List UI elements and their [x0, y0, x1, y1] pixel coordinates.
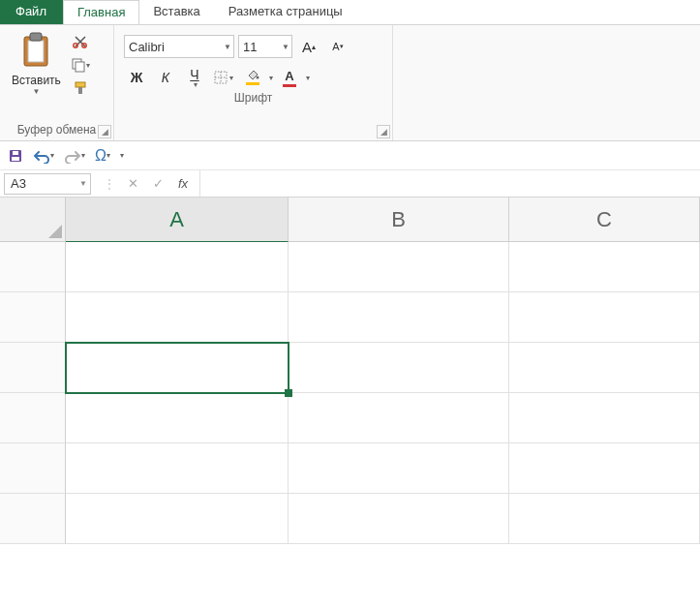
font-size-value: 11 — [243, 40, 257, 54]
font-launcher[interactable]: ◢ — [377, 125, 390, 138]
caret-icon[interactable]: ▾ — [306, 74, 310, 82]
cell-B1[interactable] — [289, 242, 509, 292]
dots-icon: ⋮ — [103, 176, 116, 192]
svg-rect-14 — [13, 151, 18, 155]
font-color-button[interactable]: А — [277, 66, 302, 89]
spreadsheet-grid: ABC ＋ — [0, 198, 700, 544]
font-size-combo[interactable]: 11 ▼ — [238, 35, 292, 58]
tab-insert[interactable]: Вставка — [139, 0, 214, 24]
name-box-value: A3 — [11, 176, 26, 191]
undo-button[interactable]: ▾ — [33, 148, 54, 164]
row-header-3[interactable] — [0, 343, 66, 393]
svg-rect-1 — [28, 41, 44, 62]
fx-label: fx — [178, 176, 188, 191]
insert-function-button[interactable]: fx — [174, 176, 192, 192]
save-icon — [8, 148, 23, 164]
decrease-font-button[interactable]: A▾ — [325, 35, 350, 58]
bold-button[interactable]: Ж — [124, 66, 149, 89]
clipboard-launcher[interactable]: ◢ — [98, 125, 111, 138]
ribbon-tabs: Файл Главная Вставка Разметка страницы — [0, 0, 700, 25]
copy-button[interactable]: ▾ — [71, 56, 90, 74]
decrease-font-icon: A — [332, 41, 339, 52]
caret-icon: ▾ — [107, 151, 110, 160]
fill-handle[interactable] — [285, 389, 292, 397]
tab-file[interactable]: Файл — [0, 0, 63, 24]
cancel-formula-button[interactable]: ✕ — [124, 176, 141, 192]
column-header-C[interactable]: C — [509, 198, 700, 242]
increase-font-button[interactable]: A▴ — [296, 35, 321, 58]
bucket-icon — [246, 70, 259, 81]
accept-formula-button[interactable]: ✓ — [149, 176, 167, 192]
group-clipboard: Вставить ▼ ▾ Буфер обмена ◢ — [0, 25, 114, 140]
caret-icon: ▼ — [32, 87, 40, 96]
svg-point-12 — [257, 76, 259, 79]
select-all-corner[interactable] — [0, 198, 66, 242]
chevron-down-icon: ▼ — [224, 43, 231, 51]
row-header-4[interactable] — [0, 393, 66, 443]
font-name-value: Calibri — [129, 40, 165, 54]
cell-B5[interactable] — [289, 443, 509, 494]
group-font-label: Шрифт — [120, 89, 386, 107]
cell-B6[interactable] — [289, 494, 509, 544]
underline-button[interactable]: Ч ▾ — [182, 66, 207, 89]
format-painter-button[interactable] — [71, 79, 90, 97]
cell-C1[interactable] — [509, 242, 700, 292]
cell-A1[interactable] — [66, 242, 289, 292]
borders-button[interactable]: ▾ — [211, 66, 236, 89]
caret-icon[interactable]: ▾ — [269, 74, 273, 82]
row-header-5[interactable] — [0, 443, 66, 494]
tab-page-layout[interactable]: Разметка страницы — [215, 0, 357, 24]
group-font: Calibri ▼ 11 ▼ A▴ A▾ Ж К Ч ▾ — [114, 25, 393, 140]
caret-icon: ▾ — [194, 80, 198, 89]
column-header-B[interactable]: B — [289, 198, 509, 242]
svg-rect-7 — [76, 82, 85, 87]
cell-C2[interactable] — [509, 292, 700, 343]
caret-icon: ▾ — [120, 151, 124, 160]
cell-B2[interactable] — [289, 292, 509, 343]
row-header-1[interactable] — [0, 242, 66, 292]
chevron-down-icon: ▼ — [282, 43, 289, 51]
fill-color-button[interactable] — [240, 66, 265, 89]
formula-input[interactable] — [199, 170, 700, 197]
cell-B3[interactable] — [289, 343, 509, 393]
x-icon: ✕ — [128, 176, 138, 191]
copy-icon — [71, 57, 86, 73]
italic-label: К — [162, 70, 169, 85]
column-header-A[interactable]: A — [66, 198, 289, 242]
increase-font-icon: A — [302, 39, 312, 55]
redo-button[interactable]: ▾ — [64, 148, 85, 164]
svg-rect-8 — [78, 87, 82, 94]
cell-C3[interactable] — [509, 343, 700, 393]
italic-button[interactable]: К — [153, 66, 178, 89]
fill-color-bar — [246, 82, 259, 85]
cell-A6[interactable] — [66, 494, 289, 544]
scissors-icon — [73, 34, 88, 49]
row-header-6[interactable] — [0, 494, 66, 544]
tab-home[interactable]: Главная — [63, 0, 139, 24]
cell-A2[interactable] — [66, 292, 289, 343]
cut-button[interactable] — [71, 33, 90, 50]
svg-rect-2 — [30, 33, 42, 41]
cell-C6[interactable] — [509, 494, 700, 544]
paste-icon — [18, 31, 53, 72]
caret-icon: ▾ — [81, 151, 85, 160]
cell-C5[interactable] — [509, 443, 700, 494]
save-button[interactable] — [8, 148, 23, 164]
cell-A5[interactable] — [66, 443, 289, 494]
font-name-combo[interactable]: Calibri ▼ — [124, 35, 234, 58]
symbol-button[interactable]: Ω ▾ — [95, 147, 110, 165]
svg-rect-15 — [12, 157, 19, 161]
font-color-bar — [283, 84, 296, 87]
font-color-icon: А — [285, 69, 293, 83]
cell-A4[interactable] — [66, 393, 289, 443]
caret-icon: ▾ — [50, 151, 54, 160]
paste-button[interactable]: Вставить ▼ — [6, 29, 67, 98]
check-icon: ✓ — [153, 176, 164, 191]
row-header-2[interactable] — [0, 292, 66, 343]
name-box[interactable]: A3 ▼ — [4, 173, 91, 195]
cell-B4[interactable] — [289, 393, 509, 443]
cell-A3[interactable] — [66, 343, 289, 393]
cell-C4[interactable] — [509, 393, 700, 443]
bold-label: Ж — [131, 70, 143, 85]
qat-customize[interactable]: ▾ — [120, 151, 124, 160]
